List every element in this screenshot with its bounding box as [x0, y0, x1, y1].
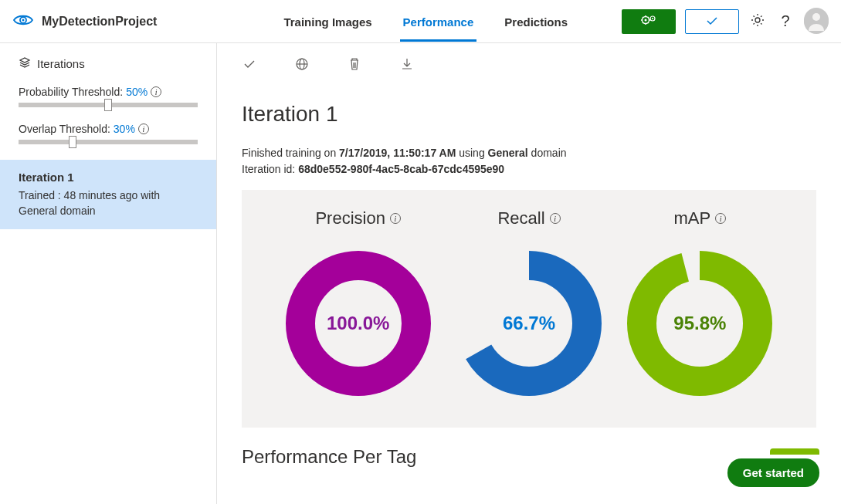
info-icon[interactable]: i [151, 86, 161, 97]
tab-predictions[interactable]: Predictions [501, 2, 571, 42]
svg-point-13 [652, 18, 653, 19]
recall-value: 66.7% [503, 313, 555, 334]
info-icon[interactable]: i [138, 123, 149, 134]
project-name: MyDetectionProject [42, 15, 157, 29]
precision-donut: 100.0% [285, 250, 432, 397]
info-icon[interactable]: i [390, 213, 401, 224]
info-icon[interactable]: i [550, 213, 561, 224]
precision-value: 100.0% [327, 313, 389, 334]
help-icon: ? [781, 12, 789, 30]
slider-handle[interactable] [104, 99, 112, 111]
globe-icon [295, 57, 309, 73]
map-value: 95.8% [673, 313, 726, 334]
info-icon[interactable]: i [715, 213, 726, 224]
quick-test-button[interactable] [685, 9, 739, 34]
precision-metric: Precision i 100.0% [285, 208, 432, 397]
prob-threshold-label: Probability Threshold: [19, 86, 123, 98]
prob-threshold-value: 50% [126, 86, 148, 98]
help-button[interactable]: ? [776, 12, 795, 31]
trash-icon [349, 58, 360, 73]
app-logo[interactable]: MyDetectionProject [12, 13, 157, 29]
eye-icon [12, 13, 34, 29]
map-donut: 95.8% [626, 250, 773, 397]
download-icon [402, 58, 412, 73]
iteration-meta: Trained : 48 minutes ago with General do… [19, 188, 198, 218]
check-icon [243, 59, 256, 71]
prob-threshold-slider[interactable] [19, 103, 198, 107]
default-button[interactable] [242, 57, 257, 73]
delete-button[interactable] [347, 57, 362, 73]
metrics-panel: Precision i 100.0% Recall i [242, 190, 816, 428]
export-button[interactable] [399, 57, 415, 73]
recall-label: Recall [497, 208, 544, 228]
publish-button[interactable] [294, 57, 310, 73]
map-metric: mAP i 95.8% [626, 208, 773, 397]
svg-line-10 [643, 22, 643, 23]
layers-icon [19, 57, 31, 70]
get-started-badge [770, 448, 819, 455]
tab-performance[interactable]: Performance [400, 2, 477, 42]
svg-point-16 [812, 13, 820, 21]
iteration-item[interactable]: Iteration 1 Trained : 48 minutes ago wit… [0, 160, 216, 229]
recall-metric: Recall i 66.7% [456, 208, 602, 397]
precision-label: Precision [315, 208, 385, 228]
settings-button[interactable] [748, 12, 767, 31]
svg-point-14 [755, 18, 760, 22]
iteration-name: Iteration 1 [19, 171, 198, 184]
slider-handle[interactable] [69, 136, 76, 148]
get-started-button[interactable]: Get started [727, 458, 819, 487]
iteration-title: Iteration 1 [242, 102, 816, 127]
iteration-id-info: Iteration id: 68d0e552-980f-4ac5-8cab-67… [242, 161, 816, 178]
svg-line-8 [643, 17, 643, 18]
svg-line-11 [648, 17, 649, 18]
overlap-threshold-label: Overlap Threshold: [19, 123, 110, 135]
overlap-threshold-slider[interactable] [19, 140, 198, 144]
train-button[interactable] [622, 9, 676, 34]
user-avatar[interactable] [804, 9, 829, 34]
iterations-header: Iterations [19, 57, 198, 70]
overlap-threshold: Overlap Threshold: 30% i [19, 123, 198, 144]
svg-point-3 [645, 19, 647, 22]
svg-line-9 [648, 22, 649, 23]
recall-donut: 66.7% [456, 250, 602, 397]
svg-point-1 [22, 19, 25, 22]
overlap-threshold-value: 30% [114, 123, 135, 135]
gear-icon [750, 12, 765, 30]
check-icon [706, 15, 718, 28]
user-icon [804, 8, 829, 35]
map-label: mAP [673, 208, 710, 228]
gears-icon [640, 14, 657, 29]
training-finished-info: Finished training on 7/17/2019, 11:50:17… [242, 145, 816, 161]
tab-training-images[interactable]: Training Images [280, 2, 375, 42]
probability-threshold: Probability Threshold: 50% i [19, 86, 198, 107]
iterations-label: Iterations [37, 57, 85, 70]
